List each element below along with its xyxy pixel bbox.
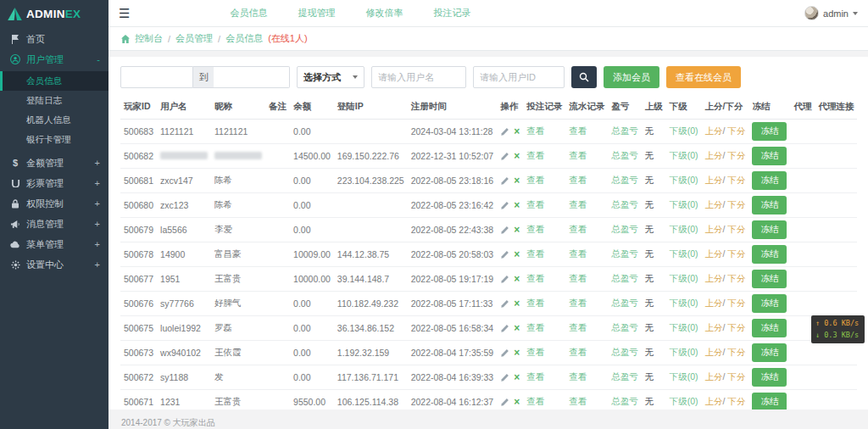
bet-records-link[interactable]: 查看 bbox=[526, 298, 544, 308]
add-score-link[interactable]: 上分 bbox=[705, 224, 723, 234]
freeze-button[interactable]: 冻结 bbox=[752, 196, 787, 214]
delete-icon[interactable]: × bbox=[514, 397, 520, 407]
flow-records-link[interactable]: 查看 bbox=[569, 199, 587, 209]
flow-records-link[interactable]: 查看 bbox=[569, 396, 587, 406]
add-score-link[interactable]: 上分 bbox=[705, 248, 723, 259]
breadcrumb-member-management[interactable]: 会员管理 bbox=[175, 32, 213, 45]
sidebar-item-home[interactable]: 首页 bbox=[0, 29, 108, 49]
bet-records-link[interactable]: 查看 bbox=[526, 371, 544, 382]
edit-icon[interactable] bbox=[500, 275, 509, 284]
edit-icon[interactable] bbox=[500, 127, 509, 136]
deduct-score-link[interactable]: 下分 bbox=[727, 298, 745, 308]
top-nav-modify-rate[interactable]: 修改倍率 bbox=[365, 7, 403, 20]
total-profit-link[interactable]: 总盈亏 bbox=[611, 175, 638, 185]
sidebar-item-permission-control[interactable]: 权限控制 + bbox=[0, 193, 108, 214]
subordinate-link[interactable]: 下级(0) bbox=[670, 175, 698, 185]
deduct-score-link[interactable]: 下分 bbox=[727, 396, 745, 406]
freeze-button[interactable]: 冻结 bbox=[752, 147, 787, 165]
flow-records-link[interactable]: 查看 bbox=[569, 347, 587, 357]
delete-icon[interactable]: × bbox=[514, 249, 520, 259]
freeze-button[interactable]: 冻结 bbox=[752, 368, 787, 387]
delete-icon[interactable]: × bbox=[514, 126, 520, 136]
search-button[interactable] bbox=[571, 66, 597, 88]
flow-records-link[interactable]: 查看 bbox=[569, 248, 587, 259]
flow-records-link[interactable]: 查看 bbox=[569, 273, 587, 283]
subordinate-link[interactable]: 下级(0) bbox=[670, 224, 698, 234]
delete-icon[interactable]: × bbox=[514, 200, 520, 210]
freeze-button[interactable]: 冻结 bbox=[752, 294, 787, 313]
bet-records-link[interactable]: 查看 bbox=[526, 199, 544, 209]
username-search-input[interactable] bbox=[371, 66, 466, 88]
add-score-link[interactable]: 上分 bbox=[705, 322, 723, 332]
freeze-button[interactable]: 冻结 bbox=[752, 220, 787, 239]
flow-records-link[interactable]: 查看 bbox=[569, 322, 587, 332]
delete-icon[interactable]: × bbox=[514, 348, 520, 358]
view-online-members-button[interactable]: 查看在线会员 bbox=[666, 66, 741, 88]
edit-icon[interactable] bbox=[500, 226, 509, 235]
freeze-button[interactable]: 冻结 bbox=[752, 319, 787, 337]
delete-icon[interactable]: × bbox=[514, 323, 520, 333]
sidebar-item-user-management[interactable]: 用户管理 - bbox=[0, 49, 108, 70]
edit-icon[interactable] bbox=[500, 201, 509, 210]
subordinate-link[interactable]: 下级(0) bbox=[670, 150, 698, 160]
bet-records-link[interactable]: 查看 bbox=[526, 125, 544, 136]
freeze-button[interactable]: 冻结 bbox=[752, 122, 787, 141]
add-score-link[interactable]: 上分 bbox=[705, 125, 723, 136]
flow-records-link[interactable]: 查看 bbox=[569, 150, 587, 160]
sidebar-item-robot-info[interactable]: 机器人信息 bbox=[0, 110, 108, 130]
subordinate-link[interactable]: 下级(0) bbox=[670, 125, 698, 136]
subordinate-link[interactable]: 下级(0) bbox=[670, 273, 698, 283]
deduct-score-link[interactable]: 下分 bbox=[727, 347, 745, 357]
search-mode-select[interactable]: 选择方式 bbox=[297, 66, 364, 88]
flow-records-link[interactable]: 查看 bbox=[569, 125, 587, 136]
total-profit-link[interactable]: 总盈亏 bbox=[611, 125, 638, 136]
total-profit-link[interactable]: 总盈亏 bbox=[611, 150, 638, 160]
freeze-button[interactable]: 冻结 bbox=[752, 245, 787, 264]
freeze-button[interactable]: 冻结 bbox=[752, 171, 787, 190]
edit-icon[interactable] bbox=[500, 348, 509, 358]
deduct-score-link[interactable]: 下分 bbox=[727, 199, 745, 209]
bet-records-link[interactable]: 查看 bbox=[526, 273, 544, 283]
add-score-link[interactable]: 上分 bbox=[705, 347, 723, 357]
sidebar-item-amount-management[interactable]: $ 金额管理 + bbox=[0, 153, 108, 173]
subordinate-link[interactable]: 下级(0) bbox=[670, 199, 698, 209]
breadcrumb-member-info[interactable]: 会员信息 bbox=[225, 32, 263, 45]
subordinate-link[interactable]: 下级(0) bbox=[670, 371, 698, 382]
user-menu[interactable]: admin bbox=[804, 6, 858, 20]
bet-records-link[interactable]: 查看 bbox=[526, 396, 544, 406]
sidebar-item-settings-center[interactable]: 设置中心 + bbox=[0, 254, 108, 275]
sidebar-item-menu-management[interactable]: 菜单管理 + bbox=[0, 234, 108, 254]
deduct-score-link[interactable]: 下分 bbox=[727, 150, 745, 160]
flow-records-link[interactable]: 查看 bbox=[569, 298, 587, 308]
delete-icon[interactable]: × bbox=[514, 151, 520, 161]
delete-icon[interactable]: × bbox=[514, 225, 520, 235]
total-profit-link[interactable]: 总盈亏 bbox=[611, 199, 638, 209]
date-from-input[interactable] bbox=[120, 66, 193, 88]
flow-records-link[interactable]: 查看 bbox=[569, 371, 587, 382]
add-score-link[interactable]: 上分 bbox=[705, 175, 723, 185]
freeze-button[interactable]: 冻结 bbox=[752, 343, 787, 362]
flow-records-link[interactable]: 查看 bbox=[569, 175, 587, 185]
add-score-link[interactable]: 上分 bbox=[705, 273, 723, 283]
sidebar-item-message-management[interactable]: 消息管理 + bbox=[0, 214, 108, 234]
deduct-score-link[interactable]: 下分 bbox=[727, 175, 745, 185]
flow-records-link[interactable]: 查看 bbox=[569, 224, 587, 234]
sidebar-item-member-info[interactable]: 会员信息 bbox=[0, 71, 108, 91]
deduct-score-link[interactable]: 下分 bbox=[727, 125, 745, 136]
top-nav-member-info[interactable]: 会员信息 bbox=[230, 7, 267, 20]
deduct-score-link[interactable]: 下分 bbox=[727, 248, 745, 259]
total-profit-link[interactable]: 总盈亏 bbox=[611, 322, 638, 332]
total-profit-link[interactable]: 总盈亏 bbox=[611, 248, 638, 259]
subordinate-link[interactable]: 下级(0) bbox=[670, 322, 698, 332]
deduct-score-link[interactable]: 下分 bbox=[727, 322, 745, 332]
bet-records-link[interactable]: 查看 bbox=[526, 347, 544, 357]
subordinate-link[interactable]: 下级(0) bbox=[670, 248, 698, 259]
edit-icon[interactable] bbox=[500, 373, 509, 382]
date-to-input[interactable] bbox=[214, 66, 290, 88]
total-profit-link[interactable]: 总盈亏 bbox=[611, 298, 638, 308]
sidebar-item-login-log[interactable]: 登陆日志 bbox=[0, 91, 108, 110]
bet-records-link[interactable]: 查看 bbox=[526, 224, 544, 234]
add-score-link[interactable]: 上分 bbox=[705, 298, 723, 308]
edit-icon[interactable] bbox=[500, 324, 509, 333]
edit-icon[interactable] bbox=[500, 250, 509, 259]
